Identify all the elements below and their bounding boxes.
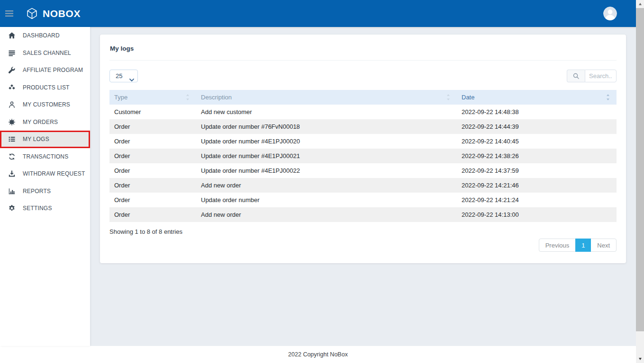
sidebar-item-settings[interactable]: SETTINGS (0, 200, 90, 217)
cell-type: Order (109, 119, 196, 134)
table-body: CustomerAdd new customer2022-09-22 14:48… (109, 105, 617, 222)
cell-description: Add new order (196, 207, 457, 222)
footer: 2022 Copyright NoBox (0, 346, 636, 363)
cell-type: Order (109, 163, 196, 178)
sidebar-item-dashboard[interactable]: DASHBOARD (0, 27, 90, 44)
sidebar-item-my-logs[interactable]: MY LOGS (0, 131, 90, 148)
column-header-description[interactable]: Description (196, 90, 457, 105)
logs-table: TypeDescriptionDate CustomerAdd new cust… (109, 90, 617, 222)
sidebar-item-transactions[interactable]: TRANSACTIONS (0, 148, 90, 166)
hamburger-icon[interactable] (0, 0, 18, 27)
cell-description: Add new order (196, 178, 457, 193)
next-page-button[interactable]: Next (590, 239, 617, 252)
sidebar-item-sales-channel[interactable]: SALES CHANNEL (0, 44, 90, 62)
sort-icon (606, 94, 610, 100)
pagination-row: Previous 1 Next (109, 239, 617, 252)
products-icon (8, 83, 16, 91)
page-title: My logs (110, 45, 617, 52)
scroll-down-button[interactable] (636, 355, 644, 363)
home-icon (8, 32, 16, 40)
sidebar-item-label: MY ORDERS (23, 119, 58, 125)
copyright-text: 2022 Copyright NoBox (288, 351, 348, 358)
page-size-select-wrap: 25 (109, 70, 138, 82)
cell-type: Order (109, 178, 196, 193)
search-icon (567, 70, 585, 82)
table-row: OrderUpdate order number #76FvN000182022… (109, 119, 617, 134)
withdraw-icon (8, 170, 16, 178)
cell-description: Update order number #4E1PJ00022 (196, 163, 457, 178)
content-area: My logs 25 (90, 27, 636, 346)
wrench-icon (8, 66, 16, 74)
table-header-row: TypeDescriptionDate (109, 90, 617, 105)
logs-icon (8, 135, 16, 143)
cell-type: Order (109, 207, 196, 222)
sidebar-item-reports[interactable]: REPORTS (0, 183, 90, 200)
column-header-date[interactable]: Date (457, 90, 617, 105)
reports-icon (8, 187, 16, 195)
page-size-select[interactable]: 25 (109, 70, 138, 82)
cell-description: Update order number #4E1PJ00020 (196, 134, 457, 149)
cell-type: Order (109, 134, 196, 149)
table-row: OrderAdd new order2022-09-22 14:21:46 (109, 178, 617, 193)
cell-date: 2022-09-22 14:44:39 (457, 119, 617, 134)
sidebar-item-affiliate-program[interactable]: AFFILIATE PROGRAM (0, 62, 90, 79)
cell-date: 2022-09-22 14:21:24 (457, 193, 617, 207)
page-1-button[interactable]: 1 (575, 239, 591, 252)
sort-icon (446, 94, 450, 100)
sidebar-item-label: DASHBOARD (23, 32, 60, 39)
cell-date: 2022-09-22 14:37:59 (457, 163, 617, 178)
customer-icon (8, 101, 16, 109)
pagination: Previous 1 Next (539, 239, 617, 252)
sidebar-item-label: AFFILIATE PROGRAM (23, 67, 83, 73)
cell-type: Order (109, 149, 196, 163)
scroll-up-button[interactable] (636, 0, 644, 8)
sidebar-item-label: PRODUCTS LIST (23, 84, 70, 91)
cell-date: 2022-09-22 14:38:26 (457, 149, 617, 163)
table-row: OrderAdd new order2022-09-22 14:13:00 (109, 207, 617, 222)
column-label: Type (114, 94, 127, 101)
scrollbar-track[interactable] (636, 0, 644, 363)
sidebar-item-my-customers[interactable]: MY CUSTOMERS (0, 96, 90, 114)
card-divider (109, 60, 617, 61)
column-header-type[interactable]: Type (109, 90, 196, 105)
sidebar-item-products-list[interactable]: PRODUCTS LIST (0, 79, 90, 97)
cell-date: 2022-09-22 14:40:45 (457, 134, 617, 149)
main-area: DASHBOARDSALES CHANNELAFFILIATE PROGRAMP… (0, 27, 636, 346)
previous-page-button[interactable]: Previous (539, 239, 576, 252)
sidebar-item-label: WITHDRAW REQUEST (23, 170, 85, 177)
entries-summary: Showing 1 to 8 of 8 entries (109, 228, 617, 235)
sidebar-item-label: SALES CHANNEL (23, 50, 71, 56)
cube-logo-icon (26, 7, 38, 20)
settings-icon (8, 204, 16, 212)
sort-icon (186, 94, 190, 100)
cell-description: Update order number (196, 193, 457, 207)
top-navbar: NOBOX (0, 0, 636, 27)
table-row: CustomerAdd new customer2022-09-22 14:48… (109, 105, 617, 119)
my-logs-card: My logs 25 (100, 35, 626, 263)
orders-icon (8, 118, 16, 126)
app-page: NOBOX DASHBOARDSALES CHANNELAFFILIATE PR… (0, 0, 636, 363)
cell-description: Update order number #4E1PJ00021 (196, 149, 457, 163)
cell-description: Add new customer (196, 105, 457, 119)
navbar-right (603, 7, 617, 20)
transactions-icon (8, 152, 16, 160)
scrollbar-thumb[interactable] (636, 8, 644, 331)
cell-date: 2022-09-22 14:13:00 (457, 207, 617, 222)
sidebar-item-label: REPORTS (23, 188, 51, 195)
column-label: Description (201, 94, 232, 101)
search-group (567, 70, 617, 82)
sales-channel-icon (8, 49, 16, 57)
user-avatar-icon[interactable] (603, 7, 617, 20)
sidebar: DASHBOARDSALES CHANNELAFFILIATE PROGRAMP… (0, 27, 90, 346)
brand-name: NOBOX (43, 8, 81, 19)
table-row: OrderUpdate order number #4E1PJ000202022… (109, 134, 617, 149)
brand-logo[interactable]: NOBOX (26, 7, 81, 20)
search-input[interactable] (585, 70, 617, 82)
sidebar-item-my-orders[interactable]: MY ORDERS (0, 114, 90, 131)
column-label: Date (462, 94, 474, 101)
cell-type: Customer (109, 105, 196, 119)
sidebar-item-withdraw-request[interactable]: WITHDRAW REQUEST (0, 165, 90, 183)
cell-description: Update order number #76FvN00018 (196, 119, 457, 134)
table-row: OrderUpdate order number #4E1PJ000212022… (109, 149, 617, 163)
cell-date: 2022-09-22 14:48:38 (457, 105, 617, 119)
